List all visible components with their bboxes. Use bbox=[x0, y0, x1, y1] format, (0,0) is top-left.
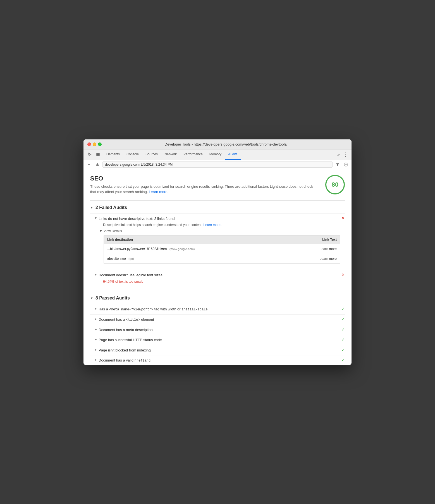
view-details-toggle[interactable]: ▼ View Details bbox=[99, 229, 345, 233]
passed-audits-header: ▼ 8 Passed Audits bbox=[90, 296, 345, 301]
seo-title: SEO bbox=[90, 175, 320, 182]
tab-network[interactable]: Network bbox=[161, 149, 180, 160]
audit-meta-chevron[interactable]: ▶ bbox=[95, 328, 97, 331]
audit-title-elem-title: Document has a <title> element bbox=[99, 317, 154, 322]
audit-http-pass-icon: ✓ bbox=[341, 337, 345, 342]
audit-item-indexing: ▶ Page isn't blocked from indexing ✓ bbox=[90, 345, 345, 355]
window-title: Developer Tools - https://developers.goo… bbox=[104, 142, 348, 146]
failed-audits-header: ▼ 2 Failed Audits bbox=[90, 205, 345, 210]
col-header-linktext: Link Text bbox=[303, 238, 337, 242]
audit-title-elem-chevron[interactable]: ▶ bbox=[95, 317, 97, 320]
svg-rect-0 bbox=[96, 153, 100, 154]
close-button[interactable] bbox=[87, 142, 91, 146]
passed-section-chevron[interactable]: ▼ bbox=[90, 296, 93, 300]
audit-http-chevron[interactable]: ▶ bbox=[95, 338, 97, 341]
audit-font-red-text: 64.54% of text is too small. bbox=[103, 280, 143, 284]
tab-performance[interactable]: Performance bbox=[180, 149, 206, 160]
address-field[interactable]: developers.google.com 2/5/2018, 3:24:34 … bbox=[102, 161, 333, 168]
seo-title-block: SEO These checks ensure that your page i… bbox=[90, 175, 320, 195]
audit-item-meta-desc: ▶ Document has a meta description ✓ bbox=[90, 325, 345, 335]
view-details-chevron: ▼ bbox=[99, 229, 102, 233]
tabs-overflow-icon[interactable]: » bbox=[336, 152, 341, 157]
seo-learn-more-link[interactable]: Learn more bbox=[149, 190, 167, 194]
audit-item-font-header: ▶ Document doesn't use legible font size… bbox=[95, 272, 345, 284]
tab-console[interactable]: Console bbox=[123, 149, 142, 160]
section-divider-2 bbox=[90, 291, 345, 291]
audit-item-links-left: ▶ Links do not have descriptive text: 2 … bbox=[95, 216, 339, 228]
main-content: SEO These checks ensure that your page i… bbox=[83, 169, 352, 365]
download-button[interactable] bbox=[94, 161, 101, 168]
audit-meta-title: Document has a meta description bbox=[99, 327, 153, 333]
table-row: ...bin/answer.py?answer=181692&hl=en (ww… bbox=[104, 244, 340, 254]
seo-description: These checks ensure that your page is op… bbox=[90, 184, 320, 195]
audit-indexing-title: Page isn't blocked from indexing bbox=[99, 348, 151, 353]
audit-indexing-pass-icon: ✓ bbox=[341, 348, 345, 352]
audit-hreflang-title: Document has a valid hreflang bbox=[99, 358, 150, 363]
failed-section-chevron[interactable]: ▼ bbox=[90, 206, 93, 209]
traffic-lights bbox=[87, 142, 102, 146]
audit-http-title: Page has successful HTTP status code bbox=[99, 337, 162, 343]
dest-main-1: ...bin/answer.py?answer=181692&hl=en bbox=[107, 247, 167, 251]
tab-sources[interactable]: Sources bbox=[142, 149, 161, 160]
maximize-button[interactable] bbox=[98, 142, 102, 146]
dropdown-icon[interactable]: ▼ bbox=[334, 161, 341, 168]
link-details-table: Link destination Link Text ...bin/answer… bbox=[104, 235, 340, 264]
devtools-window: Developer Tools - https://developers.goo… bbox=[83, 139, 352, 365]
no-symbol-icon[interactable] bbox=[343, 161, 349, 168]
audit-links-learn-more[interactable]: Learn more bbox=[204, 223, 221, 227]
table-header: Link destination Link Text bbox=[104, 236, 340, 244]
devtools-menu-button[interactable]: ⋮ bbox=[341, 151, 349, 158]
view-details-label-text: View Details bbox=[104, 229, 122, 233]
failed-audits-label: 2 Failed Audits bbox=[95, 205, 127, 210]
audit-item-title-elem: ▶ Document has a <title> element ✓ bbox=[90, 314, 345, 325]
audit-links-title: Links do not have descriptive text: 2 li… bbox=[99, 216, 221, 222]
table-row: /devsite-swe (go) Learn more bbox=[104, 254, 340, 263]
seo-header: SEO These checks ensure that your page i… bbox=[90, 175, 345, 195]
audit-item-links-header: ▶ Links do not have descriptive text: 2 … bbox=[95, 216, 345, 228]
tab-audits[interactable]: Audits bbox=[225, 149, 241, 160]
audit-title-pass-icon: ✓ bbox=[341, 317, 345, 321]
view-details-section: ▼ View Details Link destination Link Tex… bbox=[95, 227, 345, 268]
audit-viewport-title: Has a <meta name="viewport"> tag with wi… bbox=[99, 306, 208, 312]
section-divider-1 bbox=[90, 200, 345, 201]
dest-main-2: /devsite-swe bbox=[107, 257, 126, 261]
add-button[interactable]: + bbox=[86, 161, 92, 168]
audit-viewport-pass-icon: ✓ bbox=[341, 306, 345, 311]
audit-item-font-sizes: ▶ Document doesn't use legible font size… bbox=[90, 270, 345, 286]
audit-links-fail-icon: ✕ bbox=[341, 216, 345, 220]
audit-hreflang-chevron[interactable]: ▶ bbox=[95, 358, 97, 361]
tabs-list: Elements Console Sources Network Perform… bbox=[102, 149, 336, 160]
minimize-button[interactable] bbox=[93, 142, 96, 146]
passed-audits-list: ▶ Has a <meta name="viewport"> tag with … bbox=[90, 304, 345, 365]
audit-item-hreflang: ▶ Document has a valid hreflang ✓ bbox=[90, 355, 345, 365]
audit-meta-pass-icon: ✓ bbox=[341, 327, 345, 332]
devtools-tabs-bar: Elements Console Sources Network Perform… bbox=[83, 149, 352, 160]
audit-font-title: Document doesn't use legible font sizes bbox=[99, 272, 162, 278]
layers-icon-btn[interactable] bbox=[94, 151, 102, 158]
dest-sub-1: (www.google.com) bbox=[169, 247, 195, 251]
seo-score-value: 80 bbox=[332, 181, 338, 188]
audit-item-links: ▶ Links do not have descriptive text: 2 … bbox=[90, 213, 345, 270]
address-bar: + developers.google.com 2/5/2018, 3:24:3… bbox=[83, 160, 352, 169]
audit-item-viewport: ▶ Has a <meta name="viewport"> tag with … bbox=[90, 304, 345, 314]
audit-links-desc: Descriptive link text helps search engin… bbox=[99, 222, 221, 227]
audit-font-chevron[interactable]: ▶ bbox=[95, 273, 97, 276]
audit-indexing-chevron[interactable]: ▶ bbox=[95, 348, 97, 351]
seo-score-circle: 80 bbox=[325, 175, 345, 194]
audit-font-desc: 64.54% of text is too small. bbox=[99, 279, 162, 284]
col-header-destination: Link destination bbox=[107, 238, 303, 242]
tab-memory[interactable]: Memory bbox=[206, 149, 225, 160]
passed-audits-label: 8 Passed Audits bbox=[95, 296, 130, 301]
tab-elements[interactable]: Elements bbox=[102, 149, 123, 160]
link-text-1: Learn more bbox=[303, 247, 337, 251]
cursor-icon-btn[interactable] bbox=[86, 151, 94, 158]
titlebar: Developer Tools - https://developers.goo… bbox=[83, 139, 352, 149]
audit-item-font-left: ▶ Document doesn't use legible font size… bbox=[95, 272, 339, 284]
audit-links-chevron[interactable]: ▶ bbox=[94, 217, 97, 219]
audit-hreflang-pass-icon: ✓ bbox=[341, 358, 345, 362]
audit-font-fail-icon: ✕ bbox=[341, 272, 345, 277]
svg-rect-2 bbox=[96, 155, 100, 156]
audit-item-http-status: ▶ Page has successful HTTP status code ✓ bbox=[90, 335, 345, 345]
audit-viewport-chevron[interactable]: ▶ bbox=[95, 307, 97, 310]
svg-rect-1 bbox=[96, 154, 100, 155]
